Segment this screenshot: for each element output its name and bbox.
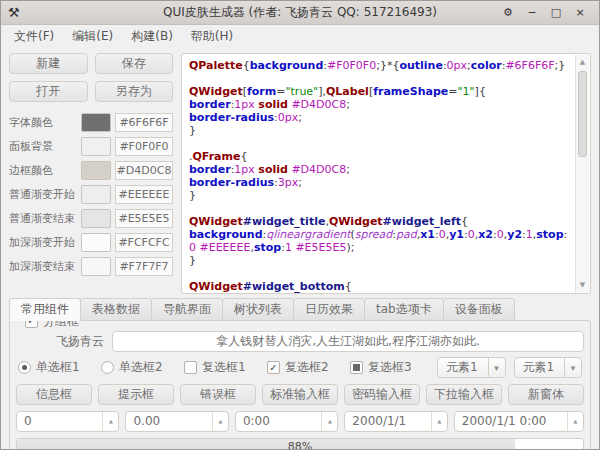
tab-nav[interactable]: 导航界面 xyxy=(151,298,223,321)
normal-grad-start-label: 普通渐变开始 xyxy=(9,187,81,202)
dark-grad-start-value: #FCFCFC xyxy=(115,233,173,252)
border-color-value: #D4D0C8 xyxy=(115,161,173,180)
dark-grad-start-swatch[interactable] xyxy=(81,233,111,252)
code-line: .QFrame{ xyxy=(189,150,568,163)
radio-1[interactable]: 单选框1 xyxy=(18,359,97,376)
font-color-value: #6F6F6F xyxy=(115,113,173,132)
minimize-button[interactable]: ─ xyxy=(520,1,544,24)
code-line xyxy=(189,72,568,85)
spinbox-value: 2000/1/1 xyxy=(352,414,406,428)
left-panel: 新建保存打开另存为 字体颜色#6F6F6F面板背景#F0F0F0边框颜色#D4D… xyxy=(9,53,173,294)
radio-icon xyxy=(18,361,31,374)
color-row-font-color: 字体颜色#6F6F6F xyxy=(9,113,173,132)
code-line: border:1px solid #D4D0C8; xyxy=(189,163,568,176)
border-color-swatch[interactable] xyxy=(81,161,111,180)
open-button[interactable]: 打开 xyxy=(9,81,88,102)
motto-row: 飞扬青云 xyxy=(16,331,584,352)
combobox-1[interactable]: 元素1▾ xyxy=(437,357,506,378)
normal-grad-end-swatch[interactable] xyxy=(81,209,111,228)
spin-down-icon[interactable]: ▼ xyxy=(213,431,228,432)
spin-down-icon[interactable]: ▼ xyxy=(432,431,447,432)
save-as-button[interactable]: 另存为 xyxy=(95,81,174,102)
tab-common[interactable]: 常用组件 xyxy=(9,298,81,321)
close-icon: × xyxy=(575,6,584,19)
maximize-button[interactable]: □ xyxy=(544,1,568,24)
tab-tree[interactable]: 树状列表 xyxy=(222,298,294,321)
panel-bg-swatch[interactable] xyxy=(81,137,111,156)
maximize-icon: □ xyxy=(551,6,561,19)
menu-item-edit[interactable]: 编辑(E) xyxy=(63,25,122,48)
color-row-panel-bg: 面板背景#F0F0F0 xyxy=(9,137,173,156)
dark-grad-end-swatch[interactable] xyxy=(81,257,111,276)
minimize-icon: ─ xyxy=(529,6,536,19)
spin-up-icon[interactable]: ▲ xyxy=(103,412,118,431)
combobox-2[interactable]: 元素1▾ xyxy=(514,357,583,378)
main-area: 新建保存打开另存为 字体颜色#6F6F6F面板背景#F0F0F0边框颜色#D4D… xyxy=(1,48,599,294)
close-button[interactable]: × xyxy=(568,1,592,24)
radio-2-label: 单选框2 xyxy=(119,359,163,376)
checkbox-2[interactable]: ✓复选框2 xyxy=(267,359,346,376)
editor-scrollbar[interactable]: ▲ ▼ xyxy=(575,55,589,292)
spin-down-icon[interactable]: ▼ xyxy=(568,431,583,432)
qss-code-editor[interactable]: QPalette{background:#F0F0F0;}*{outline:0… xyxy=(181,53,591,294)
spinbox-double[interactable]: 0.00▲▼ xyxy=(125,411,228,432)
spin-up-icon[interactable]: ▲ xyxy=(213,412,228,431)
spin-up-icon[interactable]: ▲ xyxy=(568,412,583,431)
tab-device[interactable]: 设备面板 xyxy=(443,298,515,321)
tab-calendar[interactable]: 日历效果 xyxy=(293,298,365,321)
spinbox-time[interactable]: 0:00▲▼ xyxy=(235,411,338,432)
titlebar[interactable]: ⚒ QUI皮肤生成器 (作者: 飞扬青云 QQ: 517216493) ⚙─□× xyxy=(1,1,599,25)
code-line: QPalette{background:#F0F0F0;}*{outline:0… xyxy=(189,59,568,72)
spin-down-icon[interactable]: ▼ xyxy=(103,431,118,432)
checkbox-1[interactable]: 复选框1 xyxy=(184,359,263,376)
error-button[interactable]: 错误框 xyxy=(180,384,256,405)
menu-item-help[interactable]: 帮助(H) xyxy=(182,25,242,48)
save-button[interactable]: 保存 xyxy=(95,53,174,74)
menu-item-file[interactable]: 文件(F) xyxy=(5,25,63,48)
color-settings: 字体颜色#6F6F6F面板背景#F0F0F0边框颜色#D4D0C8普通渐变开始#… xyxy=(9,113,173,276)
radio-2[interactable]: 单选框2 xyxy=(101,359,180,376)
normal-grad-start-value: #EEEEEE xyxy=(115,185,173,204)
spinbox-value: 0.00 xyxy=(133,414,160,428)
checkbox-icon xyxy=(350,361,363,374)
panel-bg-value: #F0F0F0 xyxy=(115,137,173,156)
normal-grad-start-swatch[interactable] xyxy=(81,185,111,204)
spinbox-date[interactable]: 2000/1/1▲▼ xyxy=(344,411,447,432)
scroll-up-icon[interactable]: ▲ xyxy=(576,56,589,68)
checkbox-3[interactable]: 复选框3 xyxy=(350,359,429,376)
app-wrench-icon: ⚒ xyxy=(8,5,20,20)
color-row-border-color: 边框颜色#D4D0C8 xyxy=(9,161,173,180)
spin-down-icon[interactable]: ▼ xyxy=(322,431,337,432)
partial-check-icon xyxy=(353,364,360,371)
motto-input[interactable] xyxy=(112,331,584,352)
tab-tabpage[interactable]: tab选项卡 xyxy=(364,298,444,321)
new-window-button[interactable]: 新窗体 xyxy=(508,384,584,405)
info-button[interactable]: 信息框 xyxy=(16,384,92,405)
input-dropdown-button[interactable]: 下拉输入框 xyxy=(426,384,502,405)
scrollbar-thumb[interactable] xyxy=(578,71,587,157)
scroll-down-icon[interactable]: ▼ xyxy=(576,279,589,291)
code-line: QWidget#widget_title,QWidget#widget_left… xyxy=(189,215,568,228)
checkbox-1-label: 复选框1 xyxy=(202,359,246,376)
spin-up-icon[interactable]: ▲ xyxy=(432,412,447,431)
border-color-label: 边框颜色 xyxy=(9,163,81,178)
spinbox-datetime[interactable]: 2000/1/1 0:00▲▼ xyxy=(454,411,584,432)
gear-button[interactable]: ⚙ xyxy=(496,1,520,24)
check-icon: ✓ xyxy=(269,363,277,373)
font-color-swatch[interactable] xyxy=(81,113,111,132)
tab-table[interactable]: 表格数据 xyxy=(80,298,152,321)
spin-buttons: ▲▼ xyxy=(431,412,447,431)
tip-button[interactable]: 提示框 xyxy=(98,384,174,405)
options-row: 单选框1单选框2复选框1✓复选框2复选框3元素1▾元素1▾ xyxy=(16,357,584,378)
menu-item-build[interactable]: 构建(B) xyxy=(122,25,182,48)
spinbox-int[interactable]: 0▲▼ xyxy=(16,411,119,432)
new-button[interactable]: 新建 xyxy=(9,53,88,74)
input-password-button[interactable]: 密码输入框 xyxy=(344,384,420,405)
input-standard-button[interactable]: 标准输入框 xyxy=(262,384,338,405)
spin-up-icon[interactable]: ▲ xyxy=(322,412,337,431)
color-row-normal-grad-start: 普通渐变开始#EEEEEE xyxy=(9,185,173,204)
color-row-dark-grad-start: 加深渐变开始#FCFCFC xyxy=(9,233,173,252)
code-line: } xyxy=(189,124,568,137)
spin-buttons: ▲▼ xyxy=(102,412,118,431)
gear-icon: ⚙ xyxy=(503,6,513,19)
